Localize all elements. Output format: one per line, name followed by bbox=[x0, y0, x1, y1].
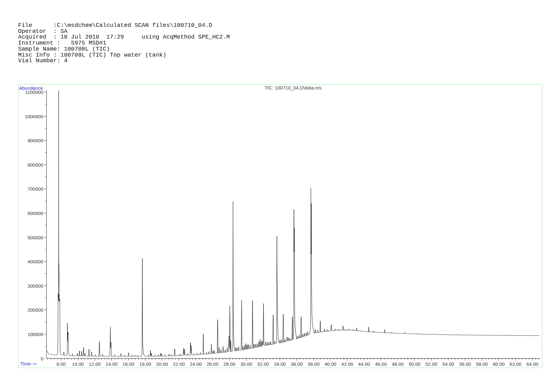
x-tick-label: 58.00 bbox=[472, 361, 491, 367]
x-tick-label: 42.00 bbox=[338, 361, 357, 367]
y-tick-label: 300000 bbox=[21, 283, 43, 289]
x-tick-label: 16.00 bbox=[119, 361, 138, 367]
x-tick-label: 38.00 bbox=[304, 361, 323, 367]
y-tick-label: 1100000 bbox=[21, 89, 43, 95]
x-tick-label: 50.00 bbox=[405, 361, 424, 367]
tic-trace bbox=[47, 91, 539, 356]
x-tick-label: 26.00 bbox=[203, 361, 222, 367]
y-tick-label: 800000 bbox=[21, 162, 43, 168]
x-tick-label: 20.00 bbox=[153, 361, 171, 367]
chart-title: TIC: 100710_04.D\data.ms bbox=[47, 85, 539, 90]
y-tick-label: 600000 bbox=[21, 211, 43, 216]
x-tick-label: 34.00 bbox=[271, 361, 290, 367]
y-tick-label: 700000 bbox=[21, 186, 43, 192]
x-tick-label: 24.00 bbox=[186, 361, 205, 367]
y-tick-label: 1000000 bbox=[21, 114, 43, 119]
x-tick-label: 14.00 bbox=[102, 361, 121, 367]
x-tick-label: 8.00 bbox=[52, 361, 71, 367]
y-tick-label: 400000 bbox=[21, 259, 43, 264]
x-tick-label: 64.00 bbox=[523, 361, 542, 367]
x-tick-label: 22.00 bbox=[169, 361, 188, 367]
y-tick-label: 0 bbox=[21, 356, 43, 361]
y-tick-label: 500000 bbox=[21, 235, 43, 240]
x-tick-label: 18.00 bbox=[136, 361, 155, 367]
chromatogram-report-page: File :C:\msdchem\Calculated SCAN files\1… bbox=[0, 0, 555, 392]
x-axis-label: Time--> bbox=[20, 361, 37, 366]
x-tick-label: 60.00 bbox=[489, 361, 508, 367]
chromatogram-canvas bbox=[0, 0, 555, 392]
y-tick-label: 100000 bbox=[21, 332, 43, 337]
x-tick-label: 48.00 bbox=[388, 361, 407, 367]
x-tick-label: 40.00 bbox=[321, 361, 340, 367]
x-tick-label: 36.00 bbox=[287, 361, 306, 367]
x-tick-label: 10.00 bbox=[68, 361, 87, 367]
x-tick-label: 54.00 bbox=[439, 361, 458, 367]
x-tick-label: 46.00 bbox=[371, 361, 390, 367]
x-tick-label: 30.00 bbox=[237, 361, 256, 367]
x-tick-label: 28.00 bbox=[220, 361, 239, 367]
y-tick-label: 200000 bbox=[21, 307, 43, 313]
x-tick-label: 32.00 bbox=[253, 361, 272, 367]
y-tick-label: 900000 bbox=[21, 138, 43, 143]
x-tick-label: 44.00 bbox=[355, 361, 374, 367]
x-tick-label: 62.00 bbox=[506, 361, 525, 367]
x-tick-label: 56.00 bbox=[456, 361, 475, 367]
x-tick-label: 12.00 bbox=[85, 361, 104, 367]
x-tick-label: 52.00 bbox=[422, 361, 441, 367]
